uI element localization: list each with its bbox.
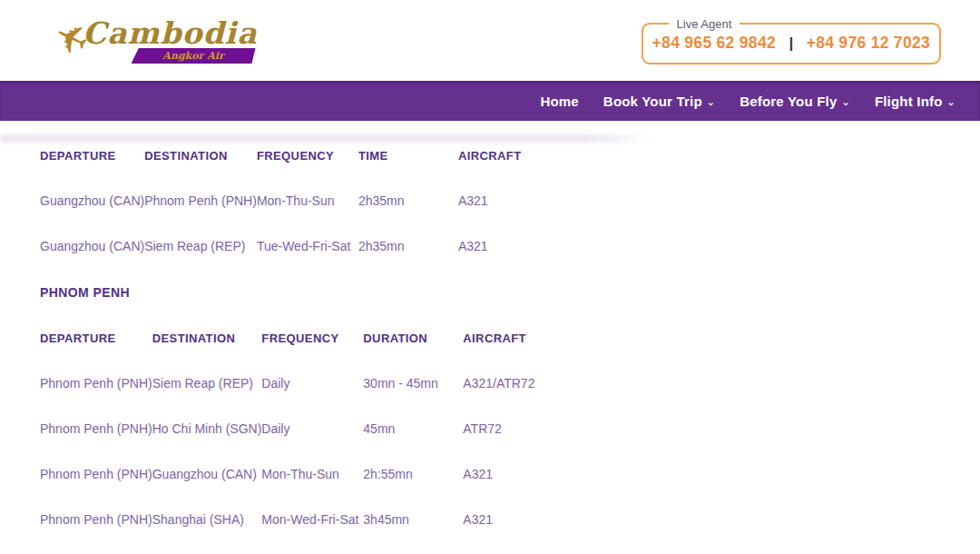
nav-item-label: Book Your Trip: [603, 94, 702, 109]
site-header: ✈ Cambodia Angkor Air Live Agent +84 965…: [0, 0, 980, 81]
table-row: Phnom Penh (PNH) Shanghai (SHA) Mon-Wed-…: [40, 497, 916, 542]
departure-cell: Phnom Penh (PNH): [40, 361, 152, 406]
duration-cell: 30mn - 45mn: [363, 361, 463, 406]
destination-cell: Ho Chi Minh (SGN): [152, 406, 262, 451]
nav-item-before-you-fly[interactable]: Before You Fly ⌄: [740, 94, 850, 109]
departure-cell: Phnom Penh (PNH): [40, 497, 152, 542]
table-row: Phnom Penh (PNH) Siem Reap (REP) Daily 3…: [40, 361, 916, 406]
phone-separator: |: [779, 35, 802, 52]
destination-cell: Siem Reap (REP): [152, 361, 262, 406]
table-row: Guangzhou (CAN) Siem Reap (REP) Tue-Wed-…: [40, 223, 912, 269]
duration-cell: 3h45mn: [363, 497, 463, 542]
column-header-departure: DEPARTURE: [40, 133, 144, 178]
departure-cell: Phnom Penh (PNH): [40, 451, 152, 497]
table-row: Guangzhou (CAN) Phnom Penh (PNH) Mon-Thu…: [40, 178, 912, 223]
frequency-cell: Mon-Thu-Sun: [257, 178, 358, 223]
aircraft-cell: A321: [458, 223, 912, 269]
main-nav: Home Book Your Trip ⌄ Before You Fly ⌄ F…: [0, 81, 980, 121]
duration-cell: 45mn: [363, 406, 463, 451]
column-header-time: TIME: [358, 133, 458, 178]
destination-cell: Guangzhou (CAN): [152, 451, 262, 497]
aircraft-cell: A321: [463, 497, 916, 542]
time-cell: 2h35mn: [358, 178, 458, 223]
chevron-down-icon: ⌄: [707, 96, 715, 108]
column-header-destination: DESTINATION: [152, 315, 262, 361]
column-header-frequency: FREQUENCY: [261, 315, 363, 361]
table-header-row: DEPARTURE DESTINATION FREQUENCY TIME AIR…: [40, 133, 912, 178]
column-header-departure: DEPARTURE: [40, 315, 152, 361]
frequency-cell: Daily: [261, 361, 363, 406]
duration-cell: 2h:55mn: [363, 451, 463, 497]
frequency-cell: Mon-Thu-Sun: [261, 451, 363, 497]
phone-number-2[interactable]: +84 976 12 7023: [807, 34, 930, 52]
aircraft-cell: ATR72: [463, 406, 916, 451]
frequency-cell: Daily: [261, 406, 363, 451]
nav-item-label: Before You Fly: [740, 94, 837, 109]
logo-brand-text: Cambodia: [83, 17, 258, 50]
aircraft-cell: A321: [458, 178, 912, 223]
destination-cell: Siem Reap (REP): [144, 223, 257, 269]
nav-item-flight-info[interactable]: Flight Info ⌄: [875, 94, 956, 109]
column-header-frequency: FREQUENCY: [257, 133, 358, 178]
column-header-aircraft: AIRCRAFT: [458, 133, 912, 178]
nav-item-label: Flight Info: [875, 94, 943, 109]
column-header-aircraft: AIRCRAFT: [463, 315, 916, 361]
frequency-cell: Tue-Wed-Fri-Sat: [257, 223, 358, 269]
logo-text: Cambodia Angkor Air: [83, 17, 258, 64]
logo-banner: Angkor Air: [132, 48, 256, 64]
table-row: Phnom Penh (PNH) Ho Chi Minh (SGN) Daily…: [40, 406, 916, 451]
live-agent-label: Live Agent: [669, 17, 740, 31]
nav-item-label: Home: [540, 94, 578, 109]
table-row: Phnom Penh (PNH) Guangzhou (CAN) Mon-Thu…: [40, 451, 916, 497]
departure-cell: Guangzhou (CAN): [40, 178, 144, 223]
aircraft-cell: A321/ATR72: [463, 361, 916, 406]
frequency-cell: Mon-Wed-Fri-Sat: [261, 497, 363, 542]
flight-schedule-table-phnom-penh: DEPARTURE DESTINATION FREQUENCY DURATION…: [40, 315, 916, 542]
time-cell: 2h35mn: [358, 223, 458, 269]
nav-item-home[interactable]: Home: [540, 94, 578, 109]
departure-cell: Phnom Penh (PNH): [40, 406, 152, 451]
destination-cell: Shanghai (SHA): [152, 497, 262, 542]
flight-schedule-table-guangzhou: DEPARTURE DESTINATION FREQUENCY TIME AIR…: [40, 133, 912, 269]
chevron-down-icon: ⌄: [841, 96, 849, 108]
logo[interactable]: ✈ Cambodia Angkor Air: [54, 17, 258, 64]
aircraft-cell: A321: [463, 451, 916, 497]
live-agent-box: Live Agent +84 965 62 9842 | +84 976 12 …: [642, 17, 941, 64]
phone-numbers: +84 965 62 9842 | +84 976 12 7023: [652, 34, 930, 53]
logo-subbrand-text: Angkor Air: [162, 49, 223, 63]
chevron-down-icon: ⌄: [947, 96, 956, 108]
column-header-duration: DURATION: [363, 315, 463, 361]
flight-schedule-content: DEPARTURE DESTINATION FREQUENCY TIME AIR…: [0, 133, 980, 542]
section-title-phnom-penh: PHNOM PENH: [40, 269, 980, 315]
nav-item-book-your-trip[interactable]: Book Your Trip ⌄: [603, 94, 715, 109]
departure-cell: Guangzhou (CAN): [40, 223, 144, 269]
table-header-row: DEPARTURE DESTINATION FREQUENCY DURATION…: [40, 315, 916, 361]
destination-cell: Phnom Penh (PNH): [144, 178, 257, 223]
phone-number-1[interactable]: +84 965 62 9842: [652, 34, 776, 52]
column-header-destination: DESTINATION: [144, 133, 257, 178]
